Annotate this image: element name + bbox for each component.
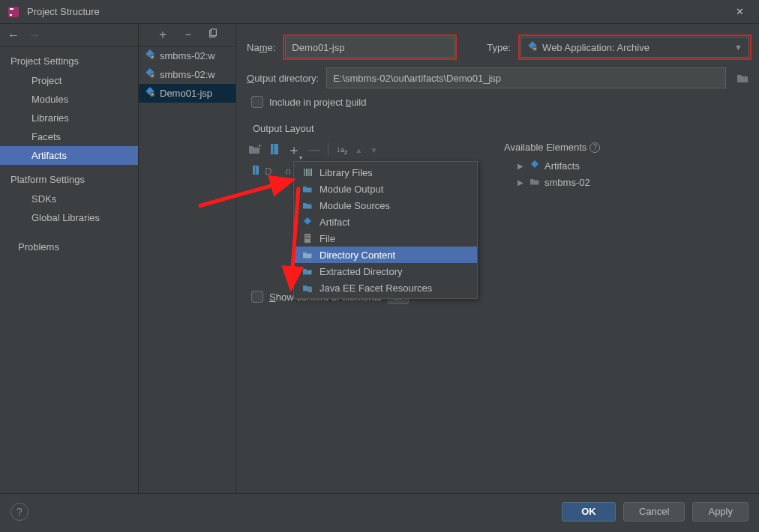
include-build-label: Include in project build: [269, 97, 366, 108]
nav-item-project[interactable]: Project: [0, 71, 138, 90]
artifact-list-item[interactable]: Demo01-jsp: [139, 84, 236, 103]
artifact-list-item-label: smbms-02:w: [160, 50, 215, 61]
available-elements-tree[interactable]: ▶ Artifacts ▶ smbms-02: [504, 157, 752, 190]
popup-item-label: File: [320, 233, 335, 244]
popup-item-label: Module Output: [320, 184, 383, 195]
move-down-icon[interactable]: ▼: [370, 146, 377, 154]
archive-root-label: D n: [265, 166, 291, 177]
name-input[interactable]: [285, 37, 454, 58]
popup-item-library-files[interactable]: Library Files: [294, 164, 477, 181]
new-folder-icon[interactable]: +: [248, 144, 262, 157]
remove-artifact-icon[interactable]: －: [182, 27, 194, 43]
artifact-type-icon: [527, 41, 538, 54]
show-content-checkbox[interactable]: [251, 291, 263, 303]
back-arrow-icon[interactable]: ←: [8, 28, 20, 42]
tree-expand-icon[interactable]: ▶: [518, 178, 525, 187]
popup-item-label: Java EE Facet Resources: [320, 282, 432, 294]
popup-item-module-sources[interactable]: Module Sources: [294, 197, 477, 214]
move-up-icon[interactable]: ▲: [356, 146, 363, 154]
file-icon: [302, 232, 314, 244]
svg-point-7: [151, 55, 153, 58]
artifact-list-toolbar: ＋ －: [139, 24, 236, 46]
svg-rect-26: [305, 235, 310, 236]
popup-item-label: Artifact: [320, 217, 350, 228]
add-copy-icon[interactable]: ＋▾: [287, 141, 301, 159]
available-tree-item-label: Artifacts: [544, 160, 580, 172]
ok-button[interactable]: OK: [562, 502, 616, 522]
detail-column: Name: Type: Web Application: Archive ▼ O…: [236, 24, 759, 493]
svg-rect-20: [304, 169, 305, 176]
copy-artifact-icon[interactable]: [208, 28, 218, 42]
nav-column: ← → Project Settings Project Modules Lib…: [0, 24, 139, 493]
sort-icon[interactable]: ↓az: [336, 144, 348, 156]
nav-item-modules[interactable]: Modules: [0, 90, 138, 109]
nav-item-sdks[interactable]: SDKs: [0, 190, 138, 208]
available-tree-item[interactable]: ▶ Artifacts: [504, 157, 752, 175]
svg-rect-32: [531, 160, 538, 168]
output-directory-input[interactable]: [326, 67, 726, 88]
nav-item-global-libraries[interactable]: Global Libraries: [0, 208, 138, 227]
artifact-list-item[interactable]: smbms-02:w: [139, 65, 236, 84]
svg-point-10: [151, 74, 153, 76]
nav-arrows: ← →: [0, 24, 138, 46]
popup-item-file[interactable]: File: [294, 230, 477, 247]
artifact-icon: [145, 49, 155, 62]
svg-rect-18: [271, 144, 278, 154]
close-icon[interactable]: ✕: [728, 0, 752, 24]
help-button[interactable]: ?: [10, 503, 28, 521]
artifact-icon: [530, 160, 540, 172]
nav-item-facets[interactable]: Facets: [0, 127, 138, 146]
svg-rect-23: [310, 169, 312, 176]
apply-button[interactable]: Apply: [692, 502, 748, 522]
nav-item-artifacts[interactable]: Artifacts: [0, 146, 138, 165]
remove-element-icon[interactable]: —: [308, 143, 320, 157]
svg-rect-1: [10, 8, 14, 10]
available-tree-item[interactable]: ▶ smbms-02: [504, 175, 752, 190]
name-input-highlight: [283, 34, 457, 60]
artifact-popup-icon: [302, 216, 314, 228]
available-elements-title: Available Elements ?: [504, 142, 752, 157]
svg-rect-31: [255, 166, 256, 174]
output-layout-left: + ＋▾ — ↓az ▲ ▼: [247, 140, 496, 304]
help-icon[interactable]: ?: [590, 142, 600, 153]
popup-item-directory-content[interactable]: Directory Content: [294, 247, 477, 263]
output-directory-row: Output directory:: [247, 67, 752, 88]
include-build-row: Include in project build: [251, 96, 752, 108]
svg-point-13: [151, 93, 153, 95]
nav-section-platform-settings: Platform Settings: [0, 165, 138, 190]
forward-arrow-icon[interactable]: →: [28, 28, 40, 42]
svg-rect-29: [308, 288, 312, 292]
add-artifact-icon[interactable]: ＋: [157, 27, 169, 43]
name-label: Name:: [247, 42, 275, 53]
tree-expand-icon[interactable]: ▶: [518, 162, 525, 170]
module-sources-icon: [302, 199, 314, 211]
popup-item-javaee-facet[interactable]: Java EE Facet Resources: [294, 279, 477, 296]
extracted-directory-icon: [302, 265, 314, 277]
artifact-list-item[interactable]: smbms-02:w: [139, 46, 236, 65]
module-output-icon: [302, 183, 314, 195]
output-layout-title: Output Layout: [247, 120, 752, 140]
nav-item-libraries[interactable]: Libraries: [0, 109, 138, 127]
titlebar-title: Project Structure: [27, 6, 728, 17]
type-combo-value: Web Application: Archive: [542, 42, 650, 53]
browse-folder-icon[interactable]: [734, 69, 752, 87]
nav-section-project-settings: Project Settings: [0, 46, 138, 71]
svg-point-16: [534, 47, 536, 49]
nav-item-problems[interactable]: Problems: [0, 238, 138, 256]
type-combo-highlight: Web Application: Archive ▼: [518, 34, 752, 60]
add-popup-menu[interactable]: Library Files Module Output Module Sourc…: [293, 161, 478, 299]
popup-item-extracted-directory[interactable]: Extracted Directory: [294, 263, 477, 279]
svg-rect-24: [304, 217, 311, 225]
svg-rect-27: [305, 237, 310, 238]
library-files-icon: [302, 166, 314, 178]
cancel-button[interactable]: Cancel: [623, 502, 685, 522]
svg-rect-19: [273, 145, 274, 154]
popup-item-artifact[interactable]: Artifact: [294, 214, 477, 230]
type-combo[interactable]: Web Application: Archive ▼: [520, 37, 749, 58]
new-archive-icon[interactable]: [269, 143, 280, 157]
svg-rect-21: [306, 169, 308, 176]
include-build-checkbox[interactable]: [251, 96, 263, 108]
svg-rect-2: [10, 14, 12, 16]
popup-item-module-output[interactable]: Module Output: [294, 181, 477, 197]
titlebar: Project Structure ✕: [0, 0, 759, 24]
